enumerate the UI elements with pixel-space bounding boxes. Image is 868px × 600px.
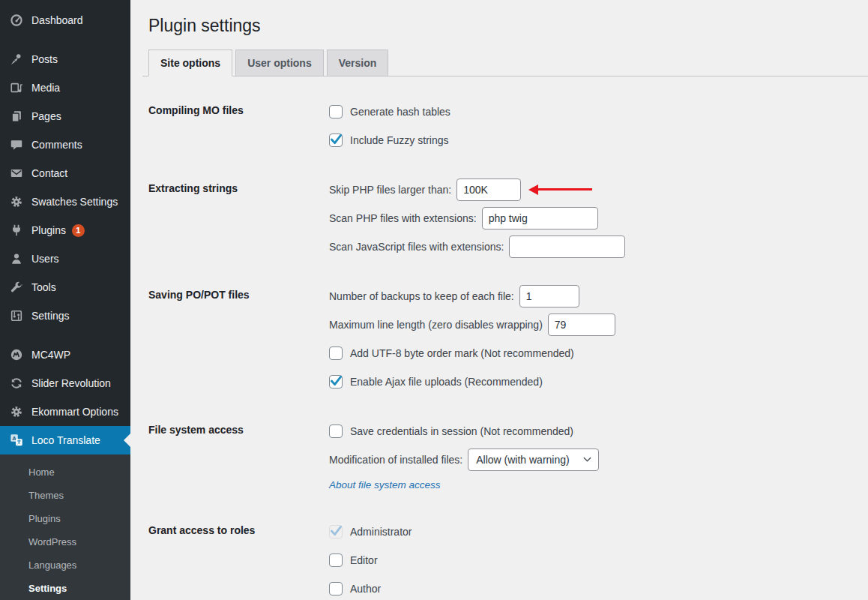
sidebar-item-slider-revolution[interactable]: Slider Revolution — [0, 369, 130, 398]
chevron-down-icon — [576, 454, 592, 464]
sidebar-item-label: Users — [31, 253, 59, 265]
checkbox-row-save-credentials-in-session-not-recommended: Save credentials in session (Not recomme… — [329, 420, 868, 442]
mc4wp-icon — [9, 347, 24, 362]
add-utf-8-byte-order-mark-not-recommended-checkbox[interactable] — [329, 346, 343, 360]
sidebar-item-loco-translate[interactable]: ALoco Translate — [0, 426, 130, 454]
wrench-icon — [9, 280, 24, 295]
translate-icon: A — [9, 433, 24, 448]
sidebar-subitem-home[interactable]: Home — [0, 460, 130, 484]
text-row-scan-php-files-with-extensions: Scan PHP files with extensions: — [329, 207, 868, 230]
sidebar-item-label: Contact — [31, 167, 67, 179]
about-file-system-access-link[interactable]: About file system access — [329, 479, 441, 490]
include-fuzzy-strings-checkbox[interactable] — [329, 134, 343, 147]
sidebar-item-media[interactable]: Media — [0, 74, 130, 102]
sidebar-item-label: Dashboard — [31, 14, 83, 26]
checkbox-row-editor: Editor — [329, 549, 868, 572]
sidebar-item-label: Loco Translate — [31, 434, 100, 446]
save-credentials-in-session-not-recommended-checkbox[interactable] — [329, 424, 343, 438]
modification-of-installed-files-select[interactable]: Allow (with warning) — [468, 448, 599, 471]
checkbox-label: Generate hash tables — [350, 106, 450, 118]
tab-user-options[interactable]: User options — [235, 50, 324, 76]
section-controls: Generate hash tablesInclude Fuzzy string… — [329, 100, 868, 158]
number-of-backups-to-keep-of-each-file-input[interactable] — [519, 285, 579, 308]
settings-section-file-system-access: File system accessSave credentials in se… — [148, 420, 868, 500]
enable-ajax-file-uploads-recommended-checkbox[interactable] — [329, 375, 343, 388]
sidebar-item-plugins[interactable]: Plugins1 — [0, 216, 130, 244]
text-row-maximum-line-length-zero-disables-wrapping: Maximum line length (zero disables wrapp… — [329, 314, 868, 336]
sidebar-item-label: Tools — [31, 281, 56, 293]
settings-section-extracting-strings: Extracting stringsSkip PHP files larger … — [148, 178, 868, 264]
update-count-badge: 1 — [72, 224, 85, 237]
field-label: Modification of installed files: — [329, 454, 462, 466]
sliders-icon — [9, 308, 24, 323]
checkbox-label: Editor — [350, 554, 378, 566]
sidebar-subitem-languages[interactable]: Languages — [0, 554, 130, 577]
author-checkbox[interactable] — [329, 582, 343, 596]
sidebar-item-comments[interactable]: Comments — [0, 130, 130, 159]
sidebar-item-tools[interactable]: Tools — [0, 273, 130, 302]
sidebar-item-users[interactable]: Users — [0, 244, 130, 273]
sidebar-item-label: Ekommart Options — [31, 406, 118, 418]
dashboard-icon — [9, 13, 24, 28]
sidebar-item-label: Posts — [31, 53, 58, 65]
sidebar-item-ekommart-options[interactable]: Ekommart Options — [0, 398, 130, 426]
sidebar-subitem-settings[interactable]: Settings — [0, 577, 130, 600]
checkbox-label: Save credentials in session (Not recomme… — [350, 425, 573, 437]
settings-section-saving-po-pot-files: Saving PO/POT filesNumber of backups to … — [148, 285, 868, 399]
section-controls: Number of backups to keep of each file:M… — [329, 285, 868, 399]
section-label: Extracting strings — [148, 178, 329, 264]
settings-section-compiling-mo-files: Compiling MO filesGenerate hash tablesIn… — [148, 100, 868, 158]
sidebar-subitem-wordpress[interactable]: WordPress — [0, 530, 130, 554]
sidebar-subitem-themes[interactable]: Themes — [0, 484, 130, 507]
pages-icon — [9, 109, 24, 124]
wordpress-admin: DashboardPostsMediaPagesCommentsContactS… — [0, 0, 868, 600]
sidebar-item-settings[interactable]: Settings — [0, 302, 130, 330]
sidebar-item-label: Comments — [31, 139, 82, 151]
section-label: File system access — [148, 420, 329, 500]
sidebar-subitem-plugins[interactable]: Plugins — [0, 507, 130, 530]
pushpin-icon — [9, 52, 24, 67]
tab-bar: Site optionsUser optionsVersion — [142, 50, 868, 76]
settings-form: Compiling MO filesGenerate hash tablesIn… — [148, 100, 868, 600]
user-icon — [9, 251, 24, 266]
scan-php-files-with-extensions-input[interactable] — [482, 207, 598, 230]
field-label: Scan JavaScript files with extensions: — [329, 241, 504, 253]
sidebar-item-pages[interactable]: Pages — [0, 102, 130, 130]
administrator-checkbox — [329, 525, 343, 538]
field-label: Maximum line length (zero disables wrapp… — [329, 319, 543, 331]
plugin-icon — [9, 223, 24, 238]
loco-translate-submenu: HomeThemesPluginsWordPressLanguagesSetti… — [0, 454, 130, 600]
skip-php-files-larger-than-input[interactable] — [456, 178, 521, 201]
maximum-line-length-zero-disables-wrapping-input[interactable] — [548, 314, 615, 336]
scan-javascript-files-with-extensions-input[interactable] — [509, 236, 625, 258]
checkbox-label: Administrator — [350, 526, 412, 538]
admin-menu: DashboardPostsMediaPagesCommentsContactS… — [0, 6, 130, 600]
tab-version[interactable]: Version — [327, 50, 389, 76]
checkbox-row-generate-hash-tables: Generate hash tables — [329, 100, 868, 123]
sidebar-item-label: Settings — [31, 310, 70, 322]
sidebar-item-label: Pages — [31, 110, 61, 122]
checkbox-row-add-utf-8-byte-order-mark-not-recommended: Add UTF-8 byte order mark (Not recommend… — [329, 342, 868, 364]
sidebar-item-label: MC4WP — [31, 349, 70, 361]
field-label: Skip PHP files larger than: — [329, 184, 451, 196]
select-row-modification-of-installed-files: Modification of installed files:Allow (w… — [329, 448, 868, 471]
section-label: Saving PO/POT files — [148, 285, 329, 399]
sidebar-item-posts[interactable]: Posts — [0, 45, 130, 74]
sidebar-item-label: Plugins — [31, 224, 66, 236]
checkbox-row-include-fuzzy-strings: Include Fuzzy strings — [329, 129, 868, 152]
generate-hash-tables-checkbox[interactable] — [329, 105, 343, 118]
comment-icon — [9, 137, 24, 152]
sidebar-item-contact[interactable]: Contact — [0, 159, 130, 188]
refresh-icon — [9, 376, 24, 391]
menu-separator — [0, 330, 130, 340]
tab-site-options[interactable]: Site options — [148, 50, 232, 76]
sidebar-item-mc4wp[interactable]: MC4WP — [0, 340, 130, 369]
menu-separator — [0, 34, 130, 45]
sidebar-item-dashboard[interactable]: Dashboard — [0, 6, 130, 34]
red-arrow-annotation — [528, 184, 592, 195]
sidebar-item-label: Media — [31, 82, 60, 94]
text-row-skip-php-files-larger-than: Skip PHP files larger than: — [329, 178, 868, 201]
sidebar-item-swatches-settings[interactable]: Swatches Settings — [0, 188, 130, 216]
editor-checkbox[interactable] — [329, 554, 343, 567]
sidebar-item-label: Slider Revolution — [31, 377, 111, 389]
